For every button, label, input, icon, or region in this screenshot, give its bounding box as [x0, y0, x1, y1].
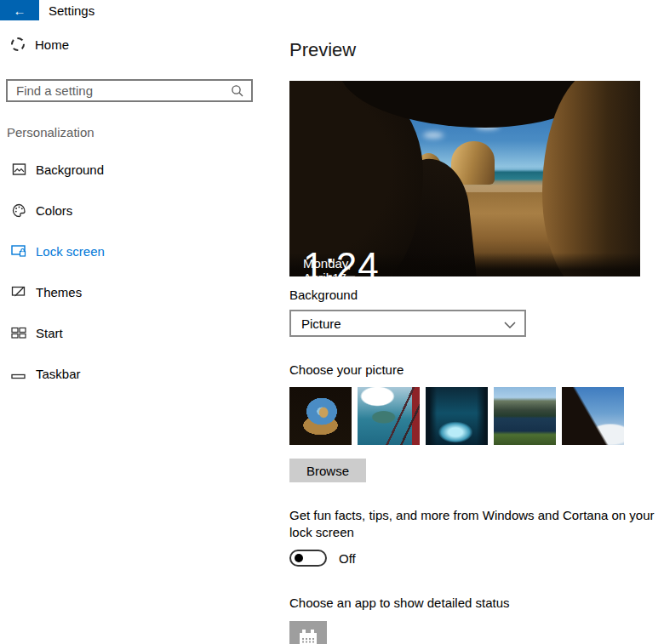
- fun-facts-toggle-row: Off: [289, 550, 356, 567]
- picture-thumbnails: [289, 387, 624, 445]
- background-dropdown-value: Picture: [301, 316, 341, 331]
- nav-label: Background: [36, 162, 104, 177]
- detailed-status-label: Choose an app to show detailed status: [289, 596, 510, 610]
- toggle-knob: [295, 554, 303, 562]
- sidebar-item-taskbar[interactable]: Taskbar: [0, 353, 272, 394]
- gear-icon: [11, 37, 25, 51]
- sidebar-item-background[interactable]: Background: [0, 149, 272, 190]
- section-label-personalization: Personalization: [7, 125, 94, 140]
- page-title: Preview: [289, 39, 356, 61]
- sidebar-item-colors[interactable]: Colors: [0, 190, 272, 231]
- home-label: Home: [35, 37, 69, 52]
- thumbnail-ice-cave[interactable]: [426, 387, 488, 445]
- back-arrow-icon: ←: [14, 3, 26, 18]
- start-tiles-icon: [11, 326, 26, 339]
- nav-label: Lock screen: [36, 244, 105, 259]
- thumbnail-mountain-clouds[interactable]: [562, 387, 624, 445]
- nav-label: Taskbar: [36, 367, 81, 381]
- calendar-icon: [296, 627, 320, 644]
- nav-label: Colors: [36, 203, 72, 218]
- toggle-state-label: Off: [339, 551, 356, 566]
- thumbnail-beach-cave[interactable]: [289, 387, 352, 445]
- sidebar-item-start[interactable]: Start: [0, 312, 272, 353]
- taskbar-icon: [11, 367, 26, 380]
- search-input[interactable]: [8, 83, 231, 98]
- lock-screen-preview-image: 1:24 Monday, April 17: [289, 81, 640, 276]
- fun-facts-label: Get fun facts, tips, and more from Windo…: [289, 507, 664, 541]
- choose-picture-label: Choose your picture: [289, 362, 404, 377]
- sidebar-item-themes[interactable]: Themes: [0, 271, 272, 312]
- search-box[interactable]: [6, 79, 253, 102]
- nav-label: Start: [36, 326, 63, 340]
- picture-icon: [11, 162, 26, 176]
- thumbnail-aerial-coastline[interactable]: [358, 387, 420, 445]
- thumbnail-fjord-lake[interactable]: [494, 387, 556, 445]
- search-icon[interactable]: [231, 84, 244, 98]
- sidebar-item-home[interactable]: Home: [11, 34, 69, 54]
- app-title: Settings: [49, 3, 94, 18]
- detailed-status-app-button[interactable]: [289, 621, 327, 644]
- themes-icon: [11, 285, 26, 299]
- background-label: Background: [289, 288, 358, 302]
- sidebar-item-lock-screen[interactable]: Lock screen: [0, 231, 272, 271]
- palette-icon: [11, 203, 26, 217]
- lock-screen-icon: [11, 244, 26, 258]
- fun-facts-toggle[interactable]: [289, 550, 327, 567]
- chevron-down-icon: [504, 316, 516, 331]
- back-button[interactable]: ←: [0, 0, 39, 20]
- nav-label: Themes: [36, 285, 82, 299]
- background-dropdown[interactable]: Picture: [289, 310, 526, 337]
- sidebar-nav: Background Colors Lock screen: [0, 149, 272, 394]
- browse-button[interactable]: Browse: [289, 459, 366, 482]
- preview-date: Monday, April 17: [303, 256, 351, 276]
- preview-cave-wall-right: [542, 81, 640, 276]
- preview-cloud: [423, 132, 444, 139]
